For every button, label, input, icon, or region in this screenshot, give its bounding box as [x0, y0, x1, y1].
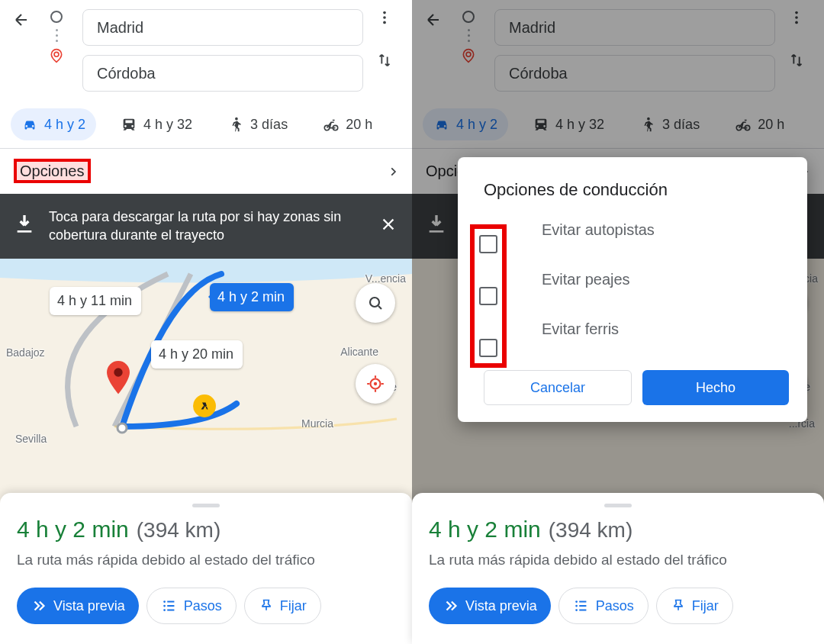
destination-text: Córdoba: [97, 65, 156, 82]
options-label: Opciones: [20, 163, 85, 179]
kebab-icon: [376, 9, 393, 26]
origin-text: Madrid: [509, 19, 555, 37]
download-message: Toca para descargar la ruta por si hay z…: [49, 208, 365, 245]
chevrons-right-icon: [443, 597, 459, 614]
mode-car[interactable]: 4 h y 2: [11, 108, 96, 140]
preview-button[interactable]: Vista previa: [17, 588, 139, 624]
steps-button[interactable]: Pasos: [146, 588, 237, 624]
swap-button[interactable]: [376, 52, 393, 69]
checkbox-highways[interactable]: [479, 235, 497, 253]
back-button[interactable]: [11, 9, 32, 31]
destination-pin-icon: [49, 48, 64, 63]
walk-icon: [639, 116, 656, 133]
svg-point-18: [795, 16, 798, 19]
kebab-icon: [788, 9, 805, 26]
sheet-handle[interactable]: [604, 504, 632, 507]
search-fab[interactable]: [356, 283, 395, 323]
preview-label: Vista previa: [53, 598, 125, 614]
overflow-menu-button[interactable]: [788, 9, 805, 26]
mode-transit-label: 4 h y 32: [143, 117, 192, 133]
svg-point-1: [383, 11, 386, 14]
route-time: 4 h y 2 min: [17, 517, 129, 543]
route-summary-sheet[interactable]: 4 h y 2 min (394 km) La ruta más rápida …: [412, 493, 824, 644]
mode-transit[interactable]: 4 h y 32: [522, 108, 615, 140]
route-subtitle: La ruta más rápida debido al estado del …: [429, 550, 807, 571]
origin-field[interactable]: Madrid: [494, 9, 775, 46]
route-alt1-badge[interactable]: 4 h y 11 min: [50, 287, 141, 315]
svg-point-14: [163, 605, 166, 607]
steps-label: Pasos: [184, 598, 222, 614]
destination-field[interactable]: Córdoba: [82, 55, 363, 92]
mode-walk[interactable]: 3 días: [217, 108, 298, 140]
mode-bike[interactable]: 20 h: [312, 108, 383, 140]
origin-field[interactable]: Madrid: [82, 9, 363, 46]
dialog-done-button[interactable]: Hecho: [642, 370, 789, 405]
pushpin-icon: [671, 598, 686, 613]
sheet-handle[interactable]: [192, 504, 220, 507]
download-icon: [424, 212, 449, 240]
route-subtitle: La ruta más rápida debido al estado del …: [17, 550, 395, 571]
options-row[interactable]: Opciones: [0, 149, 412, 194]
svg-point-4: [235, 118, 238, 121]
car-icon: [21, 116, 38, 133]
mode-bike-label: 20 h: [346, 117, 372, 133]
crosshair-icon: [365, 374, 385, 394]
origin-circle-icon: [462, 11, 475, 23]
directions-header: Madrid Córdoba: [0, 0, 412, 96]
locate-fab[interactable]: [356, 364, 395, 404]
dialog-cancel-button[interactable]: Cancelar: [484, 370, 632, 405]
svg-point-16: [466, 52, 471, 56]
svg-point-27: [575, 601, 578, 603]
search-icon: [366, 294, 385, 312]
pin-button[interactable]: Fijar: [244, 588, 321, 624]
bike-icon: [323, 116, 340, 133]
download-route-banner[interactable]: Toca para descargar la ruta por si hay z…: [0, 194, 412, 259]
destination-field[interactable]: Córdoba: [494, 55, 775, 92]
route-summary-sheet[interactable]: 4 h y 2 min (394 km) La ruta más rápida …: [0, 493, 412, 644]
destination-pin-icon: [461, 48, 476, 63]
mode-walk[interactable]: 3 días: [629, 108, 710, 140]
done-label: Hecho: [696, 380, 735, 396]
option-highways-label[interactable]: Evitar autopistas: [542, 221, 789, 239]
svg-point-3: [383, 21, 386, 24]
svg-point-10: [370, 298, 379, 307]
mode-bike[interactable]: 20 h: [724, 108, 795, 140]
travel-modes-row: 4 h y 2 4 h y 32 3 días 20 h: [0, 96, 412, 149]
download-icon: [12, 212, 37, 240]
mode-walk-label: 3 días: [662, 117, 700, 133]
steps-button[interactable]: Pasos: [558, 588, 649, 624]
mode-car-label: 4 h y 2: [44, 117, 85, 133]
svg-point-8: [117, 423, 127, 433]
checkbox-highlight: [470, 224, 507, 368]
arrow-left-icon: [424, 11, 443, 29]
destination-text: Córdoba: [509, 65, 568, 82]
svg-point-0: [54, 52, 59, 56]
pin-button[interactable]: Fijar: [656, 588, 733, 624]
chevron-right-icon: [388, 166, 398, 177]
mode-bike-label: 20 h: [758, 117, 784, 133]
swap-button[interactable]: [788, 52, 805, 69]
mode-car[interactable]: 4 h y 2: [423, 108, 508, 140]
option-tolls-label[interactable]: Evitar peajes: [542, 271, 789, 288]
svg-point-15: [163, 609, 166, 611]
route-time: 4 h y 2 min: [429, 517, 541, 543]
checkbox-tolls[interactable]: [479, 287, 497, 305]
route-alt2-badge[interactable]: 4 h y 20 min: [151, 340, 243, 369]
origin-circle-icon: [50, 11, 63, 23]
overflow-menu-button[interactable]: [376, 9, 393, 26]
preview-button[interactable]: Vista previa: [429, 588, 551, 624]
bike-icon: [735, 116, 752, 133]
steps-label: Pasos: [596, 598, 634, 614]
option-ferries-label[interactable]: Evitar ferris: [542, 320, 789, 338]
map-city-label: Sevilla: [15, 433, 47, 445]
mode-transit[interactable]: 4 h y 32: [110, 108, 203, 140]
checkbox-ferries[interactable]: [479, 339, 497, 357]
route-main-badge[interactable]: 4 h y 2 min: [210, 283, 294, 311]
map-city-label: Badajoz: [6, 346, 45, 359]
mode-transit-label: 4 h y 32: [555, 117, 604, 133]
svg-point-2: [383, 16, 386, 19]
svg-point-17: [795, 11, 798, 14]
banner-close-button[interactable]: [377, 213, 400, 239]
back-button[interactable]: [423, 9, 444, 31]
train-icon: [121, 116, 137, 133]
